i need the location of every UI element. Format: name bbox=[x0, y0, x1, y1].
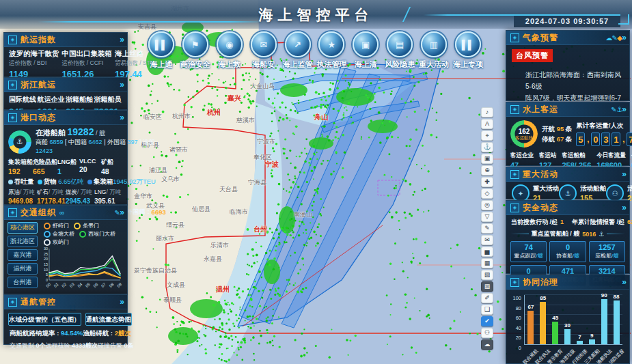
target-tool-button[interactable]: ◎ bbox=[481, 200, 493, 210]
mail-icon: ✉ bbox=[251, 31, 277, 57]
legend-dot-icon bbox=[44, 223, 51, 229]
ship-icon[interactable]: ⚓ bbox=[616, 106, 621, 113]
svg-text:07: 07 bbox=[100, 282, 107, 288]
bar-chart-y-axis: 020406080100 bbox=[512, 292, 523, 345]
diamond-icon: ◈ bbox=[8, 113, 17, 122]
panel-shipping-index: ◈ 航运指数 » 波罗的海干散货 运价指数 / BDI 1149 中国出口集装箱… bbox=[3, 32, 128, 77]
bar bbox=[614, 300, 620, 344]
grid-tool-button[interactable]: ▦ bbox=[481, 258, 493, 268]
chart-tool-button[interactable]: ▅ bbox=[481, 247, 493, 257]
panel-actions: ☁ ✎ ◆ » bbox=[605, 33, 625, 42]
quick-entry-9[interactable]: ▥重大活动 bbox=[418, 31, 450, 70]
region-label: 温州 bbox=[216, 285, 230, 294]
panel-major-events: ◈ 重大活动 » ✦ 重大活动21 ⚓ 活动船舶155 ⚇ 活动人员289 bbox=[506, 167, 630, 199]
cross-tool-button[interactable]: ✚ bbox=[481, 177, 493, 187]
quick-entry-8[interactable]: ▤风险隐患 bbox=[384, 31, 415, 70]
legend-item: 虾峙门 bbox=[44, 222, 69, 229]
commodity-stats: 原油/ 万吨9469.08 矿石/ 万吨17178.41 煤炭/ 万吨2945.… bbox=[4, 186, 127, 205]
tab-嘉兴港[interactable]: 嘉兴港 bbox=[8, 249, 38, 261]
image-tool-button[interactable]: ▧ bbox=[481, 270, 493, 280]
bar-value-label: 90 bbox=[601, 292, 607, 298]
ship-icon: ⚓ bbox=[599, 231, 604, 238]
locate-tool-button[interactable]: ⌖ bbox=[481, 130, 493, 141]
port-area-tabs: 核心港区浙北港区嘉兴港温州港台州港 bbox=[8, 222, 38, 293]
legend-dot-icon bbox=[74, 223, 81, 229]
comment-tool-button[interactable]: ❑ bbox=[481, 305, 493, 315]
fullscreen-tool-button[interactable]: ⊕ bbox=[481, 165, 493, 176]
quick-entry-3[interactable]: ◉海上救 bbox=[214, 31, 245, 70]
more-button[interactable]: » bbox=[622, 169, 625, 179]
cloud-tool-button[interactable]: ☁ bbox=[481, 339, 493, 350]
bar-x-label: 行刑衔接 bbox=[576, 346, 583, 363]
edit-icon[interactable]: ✎ bbox=[612, 34, 616, 42]
tab-核心港区[interactable]: 核心港区 bbox=[8, 222, 38, 234]
city-label: 浦江县 bbox=[149, 166, 167, 175]
pen-tool-button[interactable]: ✐ bbox=[481, 293, 493, 303]
tab-温州港[interactable]: 温州港 bbox=[8, 263, 38, 275]
bar-wrapper: 45 bbox=[552, 322, 559, 344]
filter-tool-button[interactable]: ▽ bbox=[481, 212, 493, 222]
more-button[interactable]: » bbox=[120, 297, 123, 307]
polygon-tool-button[interactable]: ◇ bbox=[481, 188, 493, 199]
y-tick-label: 20 bbox=[516, 335, 521, 341]
city-label: 景宁畲族自治县 bbox=[134, 266, 177, 275]
panel-title: 通航管控 bbox=[20, 296, 56, 308]
diamond-icon: ◈ bbox=[510, 204, 519, 212]
typhoon-warning-badge[interactable]: 台风预警 bbox=[512, 49, 553, 62]
anchor-icon: ⚓ bbox=[8, 130, 31, 154]
safety-box[interactable]: 1257应检船/艘 bbox=[589, 241, 625, 262]
image-layers-tool-button[interactable]: ▨ bbox=[481, 281, 493, 292]
tab-浙北港区[interactable]: 浙北港区 bbox=[8, 236, 38, 247]
datetime-display: 2024-07-03 09:30:57 bbox=[514, 14, 620, 27]
safety-box[interactable]: 0协查船/艘 bbox=[549, 241, 586, 262]
more-button[interactable]: » bbox=[622, 277, 625, 287]
link-icon[interactable]: ∞ bbox=[59, 209, 64, 216]
check-tool-button[interactable]: ✔ bbox=[481, 316, 493, 326]
quick-entry-7[interactable]: ▣海上清 bbox=[350, 31, 381, 70]
anchor-tool-button[interactable]: ⚓ bbox=[481, 142, 493, 152]
flow-situation-button[interactable]: 通航流量态势图 bbox=[85, 313, 133, 326]
city-label: 南渔山 bbox=[294, 210, 312, 219]
typhoon-icon[interactable]: ◆ bbox=[617, 34, 621, 42]
bar-wrapper: 67 bbox=[527, 311, 534, 344]
measure-tool-button[interactable]: ✎ bbox=[481, 223, 493, 234]
legend-label: 双屿门 bbox=[53, 238, 69, 246]
quick-entry-10[interactable]: ▌▌海上专项 bbox=[452, 31, 484, 70]
city-label: 泰顺县 bbox=[163, 296, 182, 305]
camera-tool-button[interactable]: ▣ bbox=[481, 154, 493, 164]
bar-wrapper: 9 bbox=[588, 339, 595, 344]
legend-item: 条帚门 bbox=[74, 222, 99, 229]
more-button[interactable]: » bbox=[120, 35, 123, 44]
mail-tool-button[interactable]: ✉ bbox=[481, 235, 493, 245]
volume-tool-button[interactable]: ♪ bbox=[481, 107, 493, 117]
more-button[interactable]: » bbox=[622, 33, 625, 42]
more-button[interactable]: » bbox=[120, 208, 123, 217]
quick-entry-label: 海上监管 bbox=[283, 59, 313, 70]
label-a-tool-button[interactable]: A bbox=[481, 119, 493, 129]
edit-icon[interactable]: ✎ bbox=[611, 106, 615, 113]
bar-x-label: 联合执法 bbox=[539, 346, 546, 363]
more-button[interactable]: » bbox=[622, 104, 625, 114]
more-button[interactable]: » bbox=[622, 203, 625, 212]
more-button[interactable]: » bbox=[120, 113, 123, 122]
bar-wrapper: 88 bbox=[613, 300, 620, 344]
city-label: 宁波市 bbox=[257, 137, 275, 146]
legend-label: 虾峙门 bbox=[53, 222, 69, 229]
more-button[interactable]: » bbox=[120, 80, 123, 89]
bar bbox=[564, 329, 571, 344]
edit-icon[interactable]: ✎ bbox=[115, 209, 119, 216]
svg-text:00: 00 bbox=[45, 282, 51, 288]
person-tool-button[interactable]: ⚇ bbox=[481, 328, 493, 338]
tab-台州港[interactable]: 台州港 bbox=[8, 277, 38, 288]
city-label: 金华市 bbox=[134, 192, 152, 201]
cloud-icon[interactable]: ☁ bbox=[605, 34, 611, 42]
five-color-map-button[interactable]: 水域分级管控（五色图） bbox=[8, 313, 81, 326]
quick-entry-4[interactable]: ✉海船安 bbox=[248, 31, 279, 70]
svg-text:25: 25 bbox=[44, 252, 48, 256]
safety-box[interactable]: 74重点跟踪/艘 bbox=[510, 241, 547, 262]
quick-entry-2[interactable]: ⚑商渔安全 bbox=[180, 31, 211, 70]
bar-wrapper: 85 bbox=[540, 302, 547, 344]
quick-entry-5[interactable]: ↗海上监管 bbox=[282, 31, 314, 70]
legend-item: 金塘大桥 bbox=[44, 230, 74, 238]
quick-entry-6[interactable]: ★执法管理 bbox=[316, 31, 347, 70]
